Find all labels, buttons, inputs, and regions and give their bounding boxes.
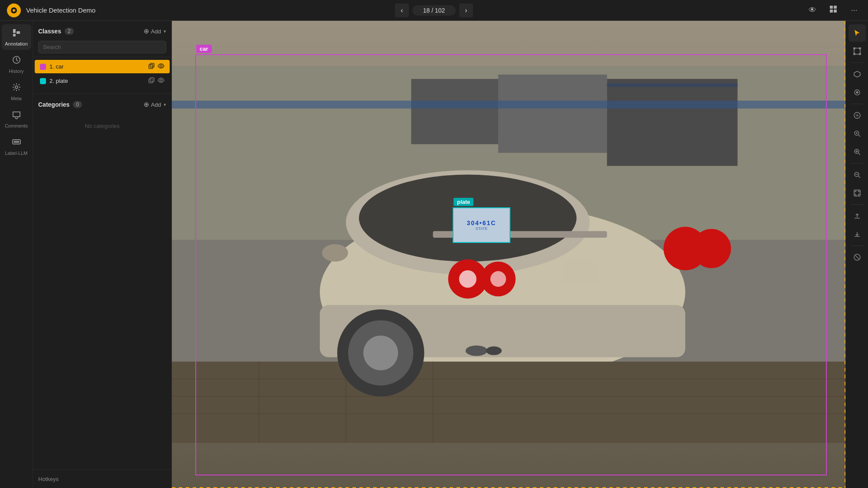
smart-seg-button[interactable]: [848, 107, 866, 124]
svg-point-1: [13, 9, 15, 12]
more-menu-button[interactable]: ···: [847, 3, 861, 17]
svg-rect-5: [834, 10, 837, 13]
no-tool-icon: [853, 253, 861, 261]
svg-point-10: [15, 86, 18, 88]
zoom-in-button[interactable]: [848, 143, 866, 160]
tool-divider-2: [851, 104, 864, 104]
car-color-dot: [40, 64, 46, 70]
class-item-car[interactable]: 1. car: [35, 60, 170, 73]
car-visibility-icon[interactable]: [158, 62, 164, 71]
download-button[interactable]: [848, 226, 866, 243]
dashed-vertical-line: [845, 21, 845, 488]
svg-rect-4: [830, 10, 833, 13]
svg-point-40: [486, 347, 502, 355]
add-class-button[interactable]: ⊕ Add: [141, 26, 164, 36]
comments-label: Comments: [5, 123, 28, 128]
tool-divider-4: [851, 204, 864, 205]
cat-dropdown-arrow-icon[interactable]: ▾: [164, 102, 166, 108]
sidebar-item-meta[interactable]: Meta: [2, 79, 31, 105]
svg-rect-7: [16, 31, 20, 34]
plate-color-dot: [40, 78, 46, 84]
categories-count-badge: 0: [73, 101, 82, 108]
plate-class-name: 2. plate: [49, 78, 145, 84]
bbox-icon: [853, 47, 861, 55]
svg-rect-56: [854, 53, 855, 55]
svg-point-35: [490, 271, 506, 287]
zoom-in-icon: [853, 148, 861, 156]
header-actions: 👁 ···: [806, 3, 861, 17]
ellipsis-icon: ···: [851, 6, 857, 15]
classes-header: Classes 2 ⊕ Add ▾: [38, 26, 166, 36]
zoom-region-button[interactable]: [848, 125, 866, 142]
header: Vehicle Detection Demo ‹ 18 / 102 › 👁 ··…: [0, 0, 868, 21]
plus-cat-icon: ⊕: [144, 101, 149, 108]
sidebar-item-annotation[interactable]: Annotation: [2, 24, 31, 50]
classes-title: Classes: [38, 28, 61, 35]
classes-count-badge: 2: [65, 28, 74, 35]
svg-rect-42: [172, 362, 845, 443]
grid-view-button[interactable]: [826, 3, 840, 17]
svg-rect-55: [859, 48, 861, 49]
comments-icon: [12, 110, 21, 121]
nav-controls: ‹ 18 / 102 ›: [395, 3, 473, 17]
cursor-tool-button[interactable]: [848, 24, 866, 42]
prev-frame-button[interactable]: ‹: [395, 3, 409, 17]
tool-divider-5: [851, 246, 864, 246]
panel: Classes 2 ⊕ Add ▾ 1. car: [33, 21, 172, 488]
zoom-out-button[interactable]: [848, 166, 866, 183]
categories-section: Categories 0 ⊕ Add ▾ No categories: [33, 94, 171, 143]
svg-point-60: [856, 92, 858, 93]
class-item-plate[interactable]: 2. plate: [35, 74, 170, 88]
plate-visibility-icon[interactable]: [158, 77, 164, 85]
svg-rect-2: [830, 6, 833, 9]
svg-rect-41: [433, 231, 607, 238]
classes-add-group: ⊕ Add ▾: [141, 26, 166, 36]
svg-point-13: [16, 141, 17, 143]
no-categories-text: No categories: [38, 114, 166, 138]
next-frame-button[interactable]: ›: [459, 3, 473, 17]
svg-rect-3: [834, 6, 837, 9]
preview-toggle-button[interactable]: 👁: [806, 3, 819, 17]
search-input[interactable]: [38, 41, 166, 53]
car-scene-svg: [172, 21, 845, 488]
svg-point-52: [322, 244, 348, 262]
label-llm-icon: [12, 137, 21, 149]
sidebar-item-label-llm[interactable]: Label-LLM: [2, 134, 31, 159]
fit-view-button[interactable]: [848, 184, 866, 202]
dropdown-arrow-icon[interactable]: ▾: [164, 29, 166, 34]
fit-view-icon: [853, 189, 861, 197]
sidebar-item-comments[interactable]: Comments: [2, 106, 31, 132]
car-layer-icon[interactable]: [148, 62, 155, 71]
zoom-out-icon: [853, 171, 861, 179]
hotkeys-section: Hotkeys: [33, 469, 171, 488]
plate-layer-icon[interactable]: [148, 77, 155, 85]
zoom-region-icon: [853, 130, 861, 138]
polygon-tool-button[interactable]: [848, 66, 866, 83]
tool-divider-3: [851, 163, 864, 164]
add-category-button[interactable]: ⊕ Add: [141, 99, 164, 110]
svg-line-74: [855, 255, 859, 259]
left-sidebar: Annotation History Meta: [0, 21, 33, 488]
no-tool-button[interactable]: [848, 249, 866, 266]
categories-header: Categories 0 ⊕ Add ▾: [38, 99, 166, 110]
svg-marker-58: [854, 71, 860, 77]
app-logo: [7, 3, 21, 17]
car-class-actions: [148, 62, 164, 71]
svg-point-51: [363, 335, 398, 370]
sidebar-item-history[interactable]: History: [2, 52, 31, 77]
canvas-area[interactable]: car plate 304•61C STATE: [172, 21, 845, 488]
add-label: Add: [151, 28, 161, 35]
annotation-icon: [12, 28, 21, 39]
hotkeys-button[interactable]: Hotkeys: [38, 476, 59, 482]
categories-add-group: ⊕ Add ▾: [141, 99, 166, 110]
bbox-tool-button[interactable]: [848, 43, 866, 60]
eye-icon: 👁: [809, 6, 816, 15]
meta-icon: [12, 82, 21, 94]
cursor-icon: [853, 29, 861, 37]
upload-button[interactable]: [848, 207, 866, 225]
right-panel: [845, 21, 868, 488]
svg-rect-27: [607, 83, 738, 87]
smart-seg-icon: [853, 111, 861, 119]
class-list: 1. car: [33, 57, 171, 90]
point-tool-button[interactable]: [848, 84, 866, 101]
